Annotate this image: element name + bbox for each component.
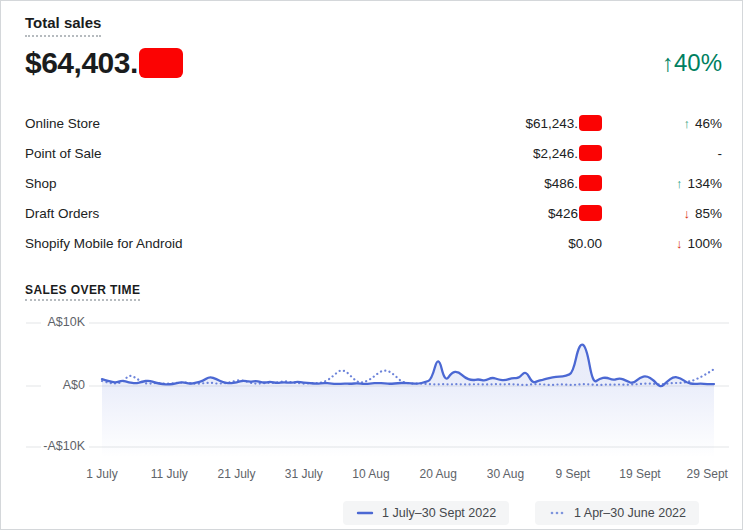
redaction-box [579, 205, 602, 221]
report-title-link[interactable]: Total sales [25, 14, 101, 37]
x-tick-label: 9 Sept [555, 467, 590, 481]
x-tick-label: 20 Aug [420, 467, 457, 481]
table-row: Online Store $61,243. ↑46% [1, 108, 742, 138]
sales-over-time-chart[interactable]: A$10K A$0 -A$10K [25, 310, 728, 460]
channel-value: $486. [325, 175, 602, 191]
solid-line-icon [356, 509, 374, 517]
total-sales-value: $64,403. [25, 46, 138, 80]
y-tick-label: -A$10K [41, 437, 89, 456]
x-tick-label: 29 Sept [687, 467, 728, 481]
legend-label: 1 July–30 Sept 2022 [382, 506, 496, 520]
channel-value: $426 [325, 205, 602, 221]
channel-name: Point of Sale [25, 146, 325, 161]
table-row: Point of Sale $2,246. - [1, 138, 742, 168]
redaction-box [579, 145, 602, 161]
x-tick-label: 10 Aug [352, 467, 389, 481]
redaction-box [139, 48, 183, 78]
x-axis: 1 July11 July21 July31 July10 Aug20 Aug3… [25, 463, 728, 485]
up-arrow-icon: ↑ [662, 49, 674, 76]
x-tick-label: 30 Aug [487, 467, 524, 481]
redaction-box [579, 175, 602, 191]
headline-row: $64,403. ↑40% [25, 46, 722, 80]
x-tick-label: 11 July [151, 467, 188, 481]
table-row: Shop $486. ↑134% [1, 168, 742, 198]
legend-previous-period[interactable]: 1 Apr–30 June 2022 [535, 501, 699, 525]
table-row: Shopify Mobile for Android $0.00 ↓100% [1, 228, 742, 258]
legend-current-period[interactable]: 1 July–30 Sept 2022 [343, 501, 509, 525]
channel-value: $61,243. [325, 115, 602, 131]
channel-change: ↑46% [602, 116, 722, 131]
total-sales-change: ↑40% [662, 51, 722, 75]
channel-name: Shop [25, 176, 325, 191]
y-tick-label: A$0 [41, 376, 89, 395]
chart-legend: 1 July–30 Sept 2022 1 Apr–30 June 2022 [1, 501, 742, 525]
chart-section-header: SALES OVER TIME [25, 280, 722, 301]
dotted-line-icon [548, 509, 566, 517]
trend-arrow-icon: ↓ [683, 206, 690, 221]
redaction-box [579, 115, 602, 131]
line-chart-canvas[interactable] [25, 310, 730, 460]
channel-change: ↓85% [602, 206, 722, 221]
table-row: Draft Orders $426 ↓85% [1, 198, 742, 228]
channel-change: - [602, 146, 722, 161]
trend-arrow-icon: ↑ [683, 116, 690, 131]
total-sales-report-card: Total sales $64,403. ↑40% Online Store $… [0, 0, 743, 530]
channel-name: Shopify Mobile for Android [25, 236, 325, 251]
x-tick-label: 31 July [285, 467, 323, 481]
y-tick-label: A$10K [41, 313, 89, 332]
channel-name: Online Store [25, 116, 325, 131]
channel-value: $2,246. [325, 145, 602, 161]
trend-arrow-icon: ↑ [676, 176, 683, 191]
x-tick-label: 21 July [217, 467, 255, 481]
x-tick-label: 1 July [86, 467, 117, 481]
channel-change: ↑134% [602, 176, 722, 191]
total-sales-change-pct: 40% [674, 49, 722, 76]
x-tick-label: 19 Sept [619, 467, 660, 481]
legend-label: 1 Apr–30 June 2022 [574, 506, 686, 520]
channel-value: $0.00 [325, 236, 602, 251]
channel-breakdown-table: Online Store $61,243. ↑46% Point of Sale… [1, 108, 742, 258]
channel-name: Draft Orders [25, 206, 325, 221]
sales-over-time-link[interactable]: SALES OVER TIME [25, 283, 140, 301]
channel-change: ↓100% [602, 236, 722, 251]
report-header: Total sales $64,403. ↑40% [1, 14, 742, 80]
trend-arrow-icon: ↓ [676, 236, 683, 251]
